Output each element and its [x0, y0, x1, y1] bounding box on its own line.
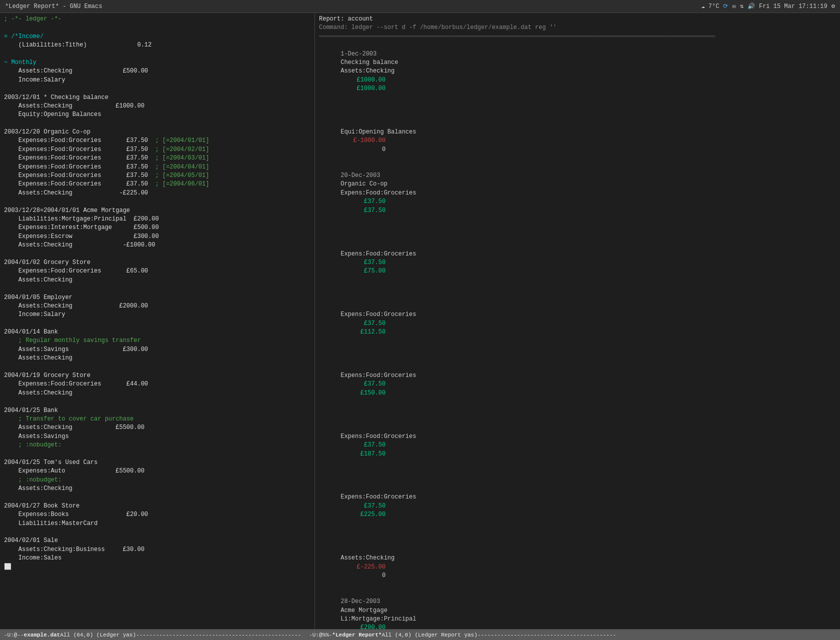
- line-income-rule: = /*Income/: [4, 32, 310, 41]
- line-blank7: [4, 284, 310, 293]
- report-separator: ════════════════════════════════════════…: [319, 32, 836, 41]
- line-acme-mortgage-date: 2003/12/28=2004/01/01 Acme Mortgage: [4, 206, 310, 215]
- report-command: Command: ledger --sort d -f /home/borbus…: [319, 24, 836, 32]
- line-grocery-store-jan2: 2004/01/02 Grocery Store: [4, 258, 310, 267]
- line-checking-balance-date: 2003/12/01 * Checking balance: [4, 94, 310, 102]
- line-groceries-65: Expenses:Food:Groceries £65.00: [4, 267, 310, 276]
- line-savings-comment: ; Regular monthly savings transfer: [4, 336, 310, 345]
- line-blank3: [4, 84, 310, 93]
- line-monthly: ~ Monthly: [4, 58, 310, 67]
- report-header: Report: account: [319, 15, 836, 24]
- line-blank5: [4, 198, 310, 206]
- status-left-info: All (64,0) (Ledger yas)-----------------…: [60, 632, 301, 638]
- settings-icon[interactable]: ⚙: [832, 2, 835, 10]
- report-row-1: 1-Dec-2003 Checking balance Assets:Check…: [319, 41, 836, 102]
- line-nobudget1: ; :nobudget:: [4, 441, 310, 450]
- line-groceries-44: Expenses:Food:Groceries £44.00: [4, 380, 310, 388]
- line-escrow: Expenses:Escrow £300.00: [4, 232, 310, 241]
- status-right-filename: *Ledger Report*: [332, 632, 382, 638]
- line-mastercard: Liabilities:MasterCard: [4, 520, 310, 528]
- line-checking-minus1000: Assets:Checking -£1000.00: [4, 241, 310, 250]
- report-row-8: Expens:Food:Groceries £37.50 £225.00: [319, 467, 836, 528]
- line-checking-225: Assets:Checking -£225.00: [4, 189, 310, 198]
- line-groceries-3: Expenses:Food:Groceries £37.50 ; [=2004/…: [4, 154, 310, 162]
- line-blank12: [4, 493, 310, 502]
- volume-icon[interactable]: 🔊: [748, 2, 755, 10]
- line-bookstore-jan27: 2004/01/27 Book Store: [4, 502, 310, 510]
- line-blank4: [4, 120, 310, 128]
- report-row-10: 28-Dec-2003 Acme Mortgage Li:Mortgage:Pr…: [319, 589, 836, 629]
- line-assets-savings: Assets:Savings: [4, 432, 310, 441]
- line-income-salary-monthly: Income:Salary: [4, 76, 310, 84]
- line-blank2: [4, 50, 310, 58]
- line-cursor: ⬜: [4, 563, 310, 572]
- line-income-sales: Income:Sales: [4, 554, 310, 562]
- line-blank: [4, 24, 310, 32]
- status-right-mode: -U:@%%-: [309, 632, 332, 638]
- line-checking-grocery19: Assets:Checking: [4, 389, 310, 398]
- line-blank13: [4, 528, 310, 536]
- report-row-9: Assets:Checking £-225.00 0: [319, 528, 836, 589]
- status-left-filename: example.dat: [24, 632, 60, 638]
- main-content: ; -*- ledger -*- = /*Income/ (Liabilitie…: [0, 13, 840, 629]
- line-toms-cars-jan25: 2004/01/25 Tom's Used Cars: [4, 458, 310, 467]
- right-pane[interactable]: Report: account Command: ledger --sort d…: [315, 13, 840, 629]
- clock: Fri 15 Mar 17:11:19: [759, 3, 828, 10]
- line-savings-300: Assets:Savings £300.00: [4, 346, 310, 354]
- line-bank-jan14: 2004/01/14 Bank: [4, 328, 310, 336]
- status-right: -U:@%%- *Ledger Report* All (4,0) (Ledge…: [305, 630, 840, 640]
- line-assets-checking-monthly: Assets:Checking £500.00: [4, 67, 310, 76]
- email-icon[interactable]: ✉: [732, 2, 736, 10]
- line-mortgage-principal: Liabilities:Mortgage:Principal £200.00: [4, 215, 310, 224]
- weather-info: ☁ 7°C: [701, 2, 719, 10]
- status-left: -U:@-- example.dat All (64,0) (Ledger ya…: [0, 630, 305, 640]
- line-equity-opening: Equity:Opening Balances: [4, 110, 310, 119]
- line-groceries-4: Expenses:Food:Groceries £37.50 ; [=2004/…: [4, 163, 310, 172]
- line-checking-2000: Assets:Checking £2000.00: [4, 302, 310, 310]
- line-auto-5500: Expenses:Auto £5500.00: [4, 467, 310, 476]
- report-row-5: Expens:Food:Groceries £37.50 £112.50: [319, 284, 836, 346]
- line-tithe: (Liabilities:Tithe) 0.12: [4, 41, 310, 50]
- report-row-7: Expens:Food:Groceries £37.50 £187.50: [319, 406, 836, 468]
- line-blank6: [4, 250, 310, 258]
- status-bar: -U:@-- example.dat All (64,0) (Ledger ya…: [0, 629, 840, 640]
- line-car-comment: ; Transfer to cover car purchase: [4, 415, 310, 424]
- line-checking-business: Assets:Checking:Business £30.00: [4, 546, 310, 554]
- line-checking-1000: Assets:Checking £1000.00: [4, 102, 310, 110]
- line-checking-auto: Assets:Checking: [4, 484, 310, 493]
- line-groceries-2: Expenses:Food:Groceries £37.50 ; [=2004/…: [4, 146, 310, 154]
- line-sale-feb1: 2004/02/01 Sale: [4, 536, 310, 545]
- report-row-4: Expens:Food:Groceries £37.50 £75.00: [319, 224, 836, 284]
- line-income-salary: Income:Salary: [4, 310, 310, 319]
- line-employer-jan5: 2004/01/05 Employer: [4, 294, 310, 302]
- line-blank9: [4, 363, 310, 372]
- line-blank10: [4, 398, 310, 406]
- line-nobudget2: ; :nobudget:: [4, 476, 310, 484]
- line-blank8: [4, 320, 310, 328]
- line-checking-5500: Assets:Checking £5500.00: [4, 424, 310, 432]
- line-interest-mortgage: Expenses:Interest:Mortgage £500.00: [4, 224, 310, 232]
- line-assets-checking-grocery: Assets:Checking: [4, 276, 310, 284]
- line-organic-coop-date: 2003/12/20 Organic Co-op: [4, 128, 310, 136]
- refresh-icon[interactable]: ⟳: [723, 2, 728, 10]
- status-right-info: All (4,0) (Ledger Report yas)-----------…: [382, 632, 616, 638]
- line-ledger-comment: ; -*- ledger -*-: [4, 15, 310, 24]
- line-grocery-jan19: 2004/01/19 Grocery Store: [4, 372, 310, 380]
- line-checking-savings: Assets:Checking: [4, 354, 310, 362]
- line-bank-jan25: 2004/01/25 Bank: [4, 406, 310, 415]
- title-bar: *Ledger Report* - GNU Emacs ☁ 7°C ⟳ ✉ ⇅ …: [0, 0, 840, 13]
- report-row-2: Equi:Opening Balances £-1000.00 0: [319, 102, 836, 163]
- line-groceries-5: Expenses:Food:Groceries £37.50 ; [=2004/…: [4, 172, 310, 180]
- window-title: *Ledger Report* - GNU Emacs: [5, 3, 102, 10]
- status-left-mode: -U:@--: [4, 632, 24, 638]
- title-bar-right: ☁ 7°C ⟳ ✉ ⇅ 🔊 Fri 15 Mar 17:11:19 ⚙: [701, 2, 835, 10]
- line-groceries-1: Expenses:Food:Groceries £37.50 ; [=2004/…: [4, 136, 310, 145]
- network-icon[interactable]: ⇅: [740, 2, 744, 10]
- report-row-6: Expens:Food:Groceries £37.50 £150.00: [319, 346, 836, 406]
- line-groceries-6: Expenses:Food:Groceries £37.50 ; [=2004/…: [4, 180, 310, 188]
- line-blank11: [4, 450, 310, 458]
- left-pane[interactable]: ; -*- ledger -*- = /*Income/ (Liabilitie…: [0, 13, 315, 629]
- report-row-3: 20-Dec-2003 Organic Co-op Expens:Food:Gr…: [319, 163, 836, 224]
- line-books-20: Expenses:Books £20.00: [4, 510, 310, 519]
